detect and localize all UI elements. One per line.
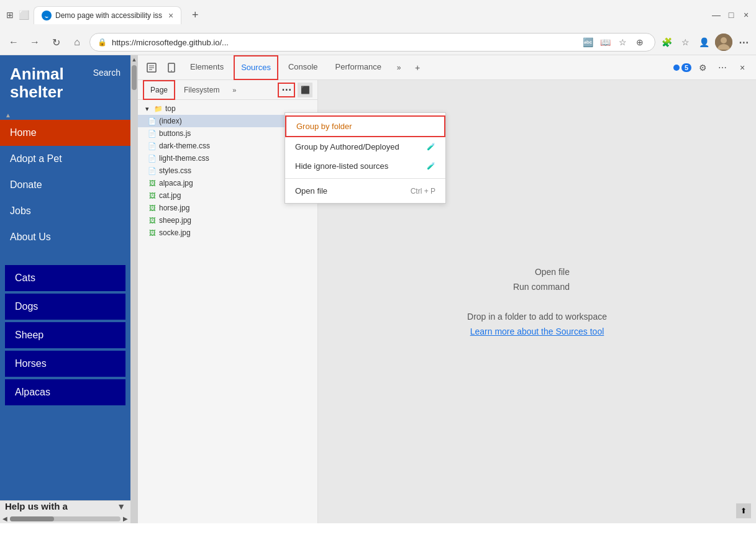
add-tab-button[interactable]: + — [409, 59, 426, 76]
file-icon-img-4: 🖼 — [148, 228, 157, 237]
edge-logo — [42, 11, 52, 20]
authored-experimental-icon: 🧪 — [427, 143, 435, 151]
file-icon-img-1: 🖼 — [148, 191, 157, 200]
minimize-button[interactable]: — — [711, 10, 721, 20]
extensions-icon[interactable]: 🧩 — [659, 35, 674, 50]
tab-sources[interactable]: Sources — [234, 55, 278, 80]
drop-label: Drop in a folder to add to workspace — [467, 312, 607, 322]
file-icon-js-0: 📄 — [148, 129, 157, 138]
category-horses[interactable]: Horses — [5, 351, 125, 377]
favorites-star-icon[interactable]: ☆ — [678, 35, 693, 50]
h-scroll-left[interactable]: ◀ — [2, 515, 7, 522]
search-button[interactable]: Search — [93, 68, 121, 78]
scroll-up-arrow[interactable]: ▲ — [5, 112, 11, 119]
nav-item-home[interactable]: Home — [0, 120, 130, 146]
devtools-settings-button[interactable]: ⚙ — [694, 59, 711, 76]
file-icon-img-3: 🖼 — [148, 216, 157, 225]
profile-collections-icon[interactable]: 👤 — [696, 35, 711, 50]
file-icon-css-2: 📄 — [148, 166, 157, 175]
file-sheep[interactable]: 🖼 sheep.jpg — [138, 214, 317, 227]
collections-icon[interactable]: ⊕ — [632, 35, 647, 50]
svg-point-1 — [721, 37, 727, 43]
maximize-button[interactable]: □ — [726, 10, 736, 20]
help-text: Help us with a — [5, 501, 117, 511]
source-more-tabs[interactable]: » — [228, 81, 240, 99]
h-scroll-right[interactable]: ▶ — [123, 515, 128, 522]
file-icon-img-2: 🖼 — [148, 204, 157, 212]
source-tab-filesystem[interactable]: Filesystem — [178, 80, 225, 100]
nav-item-about[interactable]: About Us — [0, 224, 130, 250]
browser-more-button[interactable]: ⋯ — [736, 35, 751, 50]
dropdown-open-file[interactable]: Open file Ctrl + P — [285, 181, 445, 200]
source-tab-page[interactable]: Page — [143, 80, 175, 100]
file-icon-css-0: 📄 — [148, 142, 157, 150]
close-button[interactable]: × — [741, 10, 751, 20]
scroll-down-arrow[interactable]: ▼ — [117, 502, 125, 511]
more-tabs-button[interactable]: » — [391, 59, 406, 76]
nav-item-adopt[interactable]: Adopt a Pet — [0, 146, 130, 172]
open-file-label: Open file — [535, 267, 570, 277]
dropdown-group-by-folder[interactable]: Group by folder — [285, 115, 445, 137]
notification-badge: 5 — [673, 62, 691, 73]
new-tab-button[interactable]: + — [186, 6, 204, 24]
devtools-device-icon[interactable] — [163, 59, 180, 76]
file-icon-img-0: 🖼 — [148, 179, 157, 187]
tab-close-button[interactable]: × — [168, 11, 173, 20]
devtools-close-button[interactable]: × — [734, 59, 751, 76]
favorites-icon[interactable]: ☆ — [615, 35, 630, 50]
run-command-label: Run command — [513, 282, 570, 292]
sources-three-dots-button[interactable]: ⋯ — [278, 83, 295, 97]
file-icon-html: 📄 — [148, 117, 157, 125]
tab-performance[interactable]: Performance — [328, 55, 389, 80]
context-dropdown-menu: Group by folder Group by Authored/Deploy… — [285, 112, 446, 204]
file-socke[interactable]: 🖼 socke.jpg — [138, 227, 317, 239]
expand-icon: ▾ — [143, 104, 152, 113]
back-button[interactable]: ← — [5, 34, 22, 51]
category-cats[interactable]: Cats — [5, 265, 125, 291]
category-dogs[interactable]: Dogs — [5, 294, 125, 320]
user-avatar[interactable] — [715, 34, 732, 51]
v-scroll-up[interactable]: ▲ — [132, 56, 137, 63]
devtools-inspect-icon[interactable] — [143, 59, 160, 76]
open-file-shortcut: Ctrl + P — [411, 187, 435, 196]
dropdown-divider — [285, 178, 445, 179]
forward-button[interactable]: → — [26, 34, 43, 51]
category-sheep[interactable]: Sheep — [5, 322, 125, 348]
nav-item-donate[interactable]: Donate — [0, 172, 130, 198]
browser-tab[interactable]: Demo page with accessibility iss × — [34, 6, 181, 24]
address-url[interactable]: https://microsoftedge.github.io/... — [112, 38, 575, 47]
learn-more-link[interactable]: Learn more about the Sources tool — [470, 327, 604, 336]
dropdown-hide-ignore-listed[interactable]: Hide ignore-listed sources 🧪 — [285, 156, 445, 176]
refresh-button[interactable]: ↻ — [47, 34, 65, 51]
browser-grid-icon[interactable]: ⊞ — [5, 10, 15, 20]
hide-experimental-icon: 🧪 — [427, 162, 435, 170]
tab-title: Demo page with accessibility iss — [55, 11, 162, 20]
immersive-reader-icon[interactable]: 📖 — [598, 35, 613, 50]
tab-console[interactable]: Console — [281, 55, 326, 80]
home-button[interactable]: ⌂ — [68, 34, 86, 51]
tab-elements[interactable]: Elements — [183, 55, 231, 80]
devtools-more-button[interactable]: ⋯ — [714, 59, 731, 76]
category-alpacas[interactable]: Alpacas — [5, 379, 125, 405]
devtools-undock-icon[interactable]: ⬆ — [736, 503, 751, 518]
lock-icon: 🔒 — [98, 38, 107, 47]
folder-icon: 📁 — [154, 104, 163, 113]
nav-item-jobs[interactable]: Jobs — [0, 198, 130, 224]
sources-snapshot-button[interactable]: ⬛ — [298, 83, 312, 97]
file-icon-css-1: 📄 — [148, 154, 157, 163]
shelter-title: Animal shelter — [10, 65, 64, 101]
browser-tab-icon[interactable]: ⬜ — [19, 10, 29, 20]
dropdown-group-by-authored[interactable]: Group by Authored/Deployed 🧪 — [285, 137, 445, 156]
file-horse[interactable]: 🖼 horse.jpg — [138, 202, 317, 214]
read-aloud-icon[interactable]: 🔤 — [580, 35, 595, 50]
